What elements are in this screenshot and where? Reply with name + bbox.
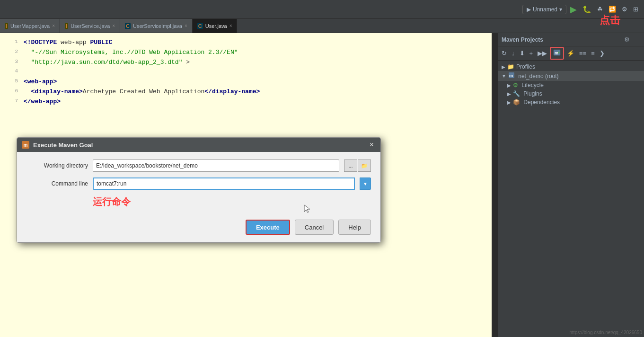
cancel-button[interactable]: Cancel [295,220,334,235]
dialog-footer: Execute Cancel Help [17,216,380,242]
cmd-input[interactable] [93,177,355,190]
tree-label-plugins: Plugins [522,90,542,97]
cmd-row: Command line ▼ [26,177,371,190]
editor-scrollbar[interactable] [492,33,497,337]
tree-label-profiles: Profiles [516,63,535,70]
dialog-title: Execute Maven Goal [33,142,93,149]
tab-label-userserviceimpl: UserServiceImpl.java [133,23,182,29]
code-line-3: 3 "http://java.sun.com/dtd/web-app_2_3.d… [0,58,497,68]
browse-folder-btn[interactable]: 📁 [358,160,371,172]
tree-label-dependencies: Dependencies [522,99,560,106]
execute-button[interactable]: Execute [246,220,290,235]
working-dir-row: Working directory ... 📁 [26,160,371,172]
tree-item-plugins[interactable]: ▶ 🔧 Plugins [498,89,644,98]
maven-sort2-btn[interactable]: ≡ [589,49,597,58]
tab-close-userserviceimpl[interactable]: × [185,23,187,28]
tree-item-lifecycle[interactable]: ▶ ⚙ Lifecycle [498,81,644,89]
browse-dots-btn[interactable]: ... [344,160,357,172]
annotation-run: 运行命令 [93,196,131,207]
tab-icon-usermapper: I [5,23,8,29]
tab-icon-user: C [197,23,203,29]
chevron-profiles: ▶ [502,64,505,70]
help-button[interactable]: Help [338,220,371,235]
execute-maven-dialog: m Execute Maven Goal × Working directory… [17,137,381,243]
code-line-7: 7 </web-app> [0,97,497,107]
svg-text:m: m [555,51,558,55]
chevron-dependencies: ▶ [507,100,511,105]
tab-label-usermapper: UserMapper.java [10,23,50,29]
cmd-dropdown-btn[interactable]: ▼ [360,177,371,190]
maven-execute-goal-btn[interactable]: m [551,48,563,59]
run-config-selector[interactable]: ▶ Unnamed ▾ [522,5,566,14]
settings-button[interactable]: ⚙ [620,5,629,14]
right-panel: Maven Projects ⚙ – ↻ ↓ ⬇ + ▶▶ m [497,33,644,337]
code-line-1: 1 <!DOCTYPE web-app PUBLIC [0,38,497,48]
maven-download-btn[interactable]: ↓ [510,49,517,58]
maven-lightning-btn[interactable]: ⚡ [565,49,576,58]
tree-item-profiles[interactable]: ▶ 📁 Profiles [498,62,644,71]
tree-label-lifecycle: Lifecycle [520,82,544,89]
dependencies-icon: 📦 [513,99,520,106]
profiles-icon: 📁 [507,63,514,70]
tab-label-user: User.java [205,23,227,29]
chevron-netdemo: ▼ [502,73,506,79]
plugins-icon: 🔧 [513,90,520,97]
dialog-title-left: m Execute Maven Goal [22,141,93,149]
panel-collapse-btn[interactable]: – [633,35,640,44]
coverage-button[interactable]: ☘ [595,5,605,14]
working-dir-input[interactable] [93,160,339,172]
maven-expand-btn[interactable]: ❯ [598,49,607,58]
toolbar-right: ▶ Unnamed ▾ ▶ 🐛 ☘ 🔁 ⚙ ⊞ [522,3,640,16]
top-toolbar: ▶ Unnamed ▾ ▶ 🐛 ☘ 🔁 ⚙ ⊞ [0,0,644,19]
code-line-2: 2 "-//Sun Microsystems, Inc.//DTD Web Ap… [0,48,497,58]
tab-userservice[interactable]: I UserService.java × [60,19,120,33]
tab-icon-userservice: I [65,23,68,29]
code-line-6: 6 <display-name>Archetype Created Web Ap… [0,87,497,97]
run-button[interactable]: ▶ [568,3,579,16]
tab-icon-userserviceimpl: C [125,23,131,29]
maven-add-btn[interactable]: + [528,49,535,58]
maven-toolbar: ↻ ↓ ⬇ + ▶▶ m ⚡ ≡≡ ≡ ❯ [498,46,644,61]
cmd-label: Command line [26,180,88,187]
lifecycle-icon: ⚙ [513,82,518,89]
dialog-close-button[interactable]: × [368,141,376,149]
run-config-label: Unnamed [533,6,557,13]
tab-usermapper[interactable]: I UserMapper.java × [0,19,60,33]
tab-label-userservice: UserService.java [71,23,110,29]
run-config-chevron: ▾ [559,6,562,13]
panel-settings-btn[interactable]: ⚙ [622,35,632,44]
tree-label-netdemo: net_demo (root) [517,73,559,80]
tab-userserviceimpl[interactable]: C UserServiceImpl.java × [120,19,193,33]
tab-bar: I UserMapper.java × I UserService.java ×… [0,19,644,33]
profile-button[interactable]: 🔁 [607,5,618,14]
execute-goal-icon: m [553,49,561,56]
tab-close-userservice[interactable]: × [112,23,115,28]
chevron-lifecycle: ▶ [507,83,511,88]
tree-item-netdemo[interactable]: ▼ m net_demo (root) [498,71,644,81]
maven-tree: ▶ 📁 Profiles ▼ m net_demo (root) ▶ ⚙ [498,61,644,337]
browse-buttons: ... 📁 [344,160,371,172]
tree-item-dependencies[interactable]: ▶ 📦 Dependencies [498,98,644,106]
maven-sort1-btn[interactable]: ≡≡ [577,49,588,58]
code-line-4: 4 [0,67,497,77]
dialog-body: Working directory ... 📁 Command line ▼ 运… [17,152,380,216]
maven-panel-header: Maven Projects ⚙ – [498,33,644,46]
tab-close-usermapper[interactable]: × [52,23,55,28]
code-line-5: 5 <web-app> [0,77,497,87]
dialog-titlebar: m Execute Maven Goal × [17,138,380,152]
debug-button[interactable]: 🐛 [581,4,593,15]
dialog-maven-icon: m [22,141,29,149]
svg-text:m: m [509,73,513,78]
working-dir-label: Working directory [26,162,88,169]
tab-user[interactable]: C User.java × [193,19,238,33]
maven-panel-title: Maven Projects [502,36,543,43]
maven-execute-highlight: m [550,47,564,60]
run-config-icon: ▶ [527,6,531,13]
maven-refresh-btn[interactable]: ↻ [500,49,509,58]
chevron-plugins: ▶ [507,91,511,97]
tab-close-user[interactable]: × [229,23,232,28]
maven-project-icon: m [508,72,515,80]
maven-run-all-btn[interactable]: ▶▶ [536,49,549,58]
layout-button[interactable]: ⊞ [631,5,640,14]
maven-download-all-btn[interactable]: ⬇ [518,49,527,58]
